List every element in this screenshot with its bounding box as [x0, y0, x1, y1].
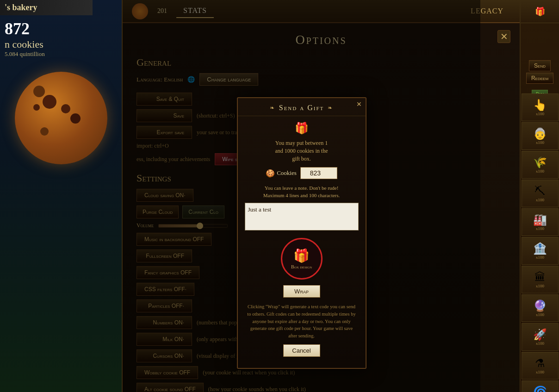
modal-deco-left: ❧ — [270, 105, 275, 112]
building-item-9[interactable]: ⚗x100 — [522, 352, 559, 380]
building-item-5[interactable]: 🏦x100 — [522, 237, 559, 265]
building-item-8[interactable]: 🚀x100 — [522, 323, 559, 351]
box-design-button[interactable]: 🎁 Box design — [281, 238, 323, 280]
right-panel: 🎁 Send Redeem Buy Sell 👆x100👵x100🌾x100⛏x… — [520, 0, 559, 392]
wrap-button[interactable]: Wrap — [283, 285, 320, 298]
cookie-label: n cookies — [0, 38, 122, 50]
building-multiplier-0: x100 — [536, 112, 544, 116]
note-line2: Maximum 4 lines and 100 characters. — [263, 193, 340, 198]
redeem-button[interactable]: Redeem — [526, 73, 553, 84]
modal-deco-right: ❧ — [328, 105, 333, 112]
building-icon-9: ⚗ — [535, 357, 545, 370]
building-icon-5: 🏦 — [533, 242, 547, 255]
cookie-image[interactable] — [15, 72, 107, 164]
building-icon-3: ⛏ — [534, 185, 546, 198]
building-multiplier-7: x100 — [536, 312, 544, 317]
building-multiplier-9: x100 — [536, 370, 544, 374]
building-icon-0: 👆 — [533, 99, 547, 112]
box-design-section: 🎁 Box design — [245, 238, 359, 280]
note-line1: You can leave a note. Don't be rude! — [265, 185, 339, 191]
gift-desc-line2: and 1000 cookies in the — [275, 148, 328, 154]
cancel-button[interactable]: Cancel — [283, 344, 320, 357]
gift-desc-line1: You may put between 1 — [275, 140, 328, 146]
building-icon-6: 🏛 — [534, 271, 546, 284]
gift-description: You may put between 1 and 1000 cookies i… — [245, 139, 359, 162]
modal-title-text: Send a Gift — [279, 104, 324, 112]
building-multiplier-8: x100 — [536, 341, 544, 346]
cookies-label: 🍪 Cookies — [266, 169, 297, 178]
bakery-name: 's bakery — [0, 0, 93, 15]
building-multiplier-4: x100 — [536, 226, 544, 231]
building-icon-1: 👵 — [533, 127, 547, 140]
cookies-input[interactable] — [300, 167, 337, 179]
modal-body: 🎁 You may put between 1 and 1000 cookies… — [238, 116, 366, 368]
building-icon-2: 🌾 — [533, 156, 547, 169]
building-item-0[interactable]: 👆x100 — [522, 93, 559, 121]
building-multiplier-5: x100 — [536, 255, 544, 260]
note-instruction: You can leave a note. Don't be rude! Max… — [245, 185, 359, 199]
building-multiplier-6: x100 — [536, 284, 544, 288]
buildings-list: 👆x100👵x100🌾x100⛏x100🏭x100🏦x100🏛x100🔮x100… — [521, 93, 559, 392]
modal-title: ❧ Send a Gift ❧ — [238, 98, 366, 116]
footer-text: Clicking "Wrap" will generate a text cod… — [245, 303, 359, 344]
cookie-count: 872 — [0, 15, 122, 38]
modal-close-button[interactable]: ✕ — [356, 100, 362, 108]
building-item-3[interactable]: ⛏x100 — [522, 180, 559, 207]
top-right-header: 🎁 — [521, 0, 559, 23]
gift-modal-overlay: ❧ Send a Gift ❧ ✕ 🎁 You may put between … — [123, 0, 480, 392]
cookie-small-icon: 🍪 — [266, 169, 275, 178]
building-multiplier-3: x100 — [536, 198, 544, 202]
gift-icon-top: 🎁 — [245, 122, 359, 135]
options-close-button[interactable]: ✕ — [497, 30, 510, 43]
gift-desc-line3: gift box. — [292, 156, 311, 162]
cookies-text-label: Cookies — [277, 169, 297, 177]
gift-modal: ❧ Send a Gift ❧ ✕ 🎁 You may put between … — [237, 97, 366, 369]
building-icon-10: 🌀 — [533, 386, 547, 392]
building-icon-8: 🚀 — [533, 328, 547, 341]
box-design-icon: 🎁 — [293, 248, 310, 263]
note-textarea[interactable]: Just a test — [245, 203, 359, 230]
building-icon-7: 🔮 — [533, 299, 547, 312]
left-panel: 's bakery 872 n cookies 5.084 quintillio… — [0, 0, 123, 392]
building-item-10[interactable]: 🌀x100 — [522, 380, 559, 392]
cookie-sub: 5.084 quintillion — [0, 50, 122, 62]
cookies-row: 🍪 Cookies — [245, 167, 359, 179]
building-item-4[interactable]: 🏭x100 — [522, 208, 559, 236]
building-multiplier-1: x100 — [536, 140, 544, 145]
building-item-2[interactable]: 🌾x100 — [522, 151, 559, 179]
building-item-7[interactable]: 🔮x100 — [522, 294, 559, 322]
building-item-6[interactable]: 🏛x100 — [522, 266, 559, 293]
send-button[interactable]: Send — [529, 60, 551, 71]
box-design-label: Box design — [291, 264, 312, 269]
building-icon-4: 🏭 — [533, 213, 547, 226]
top-right-icon: 🎁 — [535, 6, 545, 17]
building-multiplier-2: x100 — [536, 169, 544, 174]
building-item-1[interactable]: 👵x100 — [522, 122, 559, 150]
